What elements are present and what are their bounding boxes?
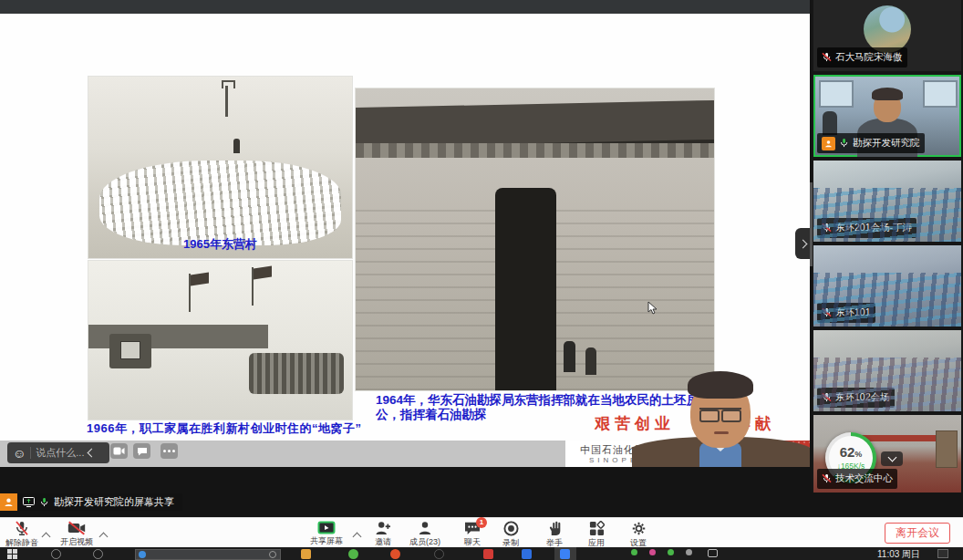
participant-label: 东环101 [817, 303, 875, 323]
start-video-button[interactable]: 开启视频 [55, 520, 98, 547]
app-icon[interactable] [483, 549, 493, 559]
chevron-up-icon [353, 533, 362, 542]
bookshelf-shape [936, 430, 958, 468]
record-button[interactable]: 录制 [491, 520, 531, 547]
participant-tile[interactable]: 石大马院宋海傲 [813, 0, 961, 71]
share-screen-button[interactable]: 共享屏幕 [303, 520, 350, 547]
mic-live-icon [39, 494, 49, 511]
task-view-icon[interactable] [93, 549, 103, 559]
progress-percent: 62 [840, 444, 855, 460]
mic-muted-icon [14, 521, 30, 539]
record-icon [503, 521, 519, 539]
apps-button[interactable]: 应用 [576, 520, 616, 547]
participant-name: 勘探开发研究院 [853, 137, 920, 150]
start-button[interactable] [7, 549, 17, 559]
participant-label: 东环102会场 [817, 388, 895, 408]
mouse-cursor [647, 301, 658, 319]
members-label: 成员(23) [409, 538, 440, 546]
taskbar-clock[interactable]: 11:03 周日 [877, 548, 920, 560]
windows-taskbar: 11:03 周日 [0, 547, 963, 560]
meeting-window: 1965年东营村 1966年，职工家属在胜利新村创业时住的“地窝子” 1964年… [0, 0, 963, 560]
tray-icon[interactable] [686, 549, 692, 555]
screen-share-icon [23, 494, 35, 511]
camera-button[interactable] [110, 443, 128, 459]
photo-1966-diwozi [88, 261, 352, 420]
dugout-entrance-shape [109, 334, 151, 368]
file-explorer-icon[interactable] [301, 549, 311, 559]
tray-icon[interactable] [668, 549, 674, 555]
sheep-flock-shape [99, 161, 342, 246]
quick-chat-input[interactable]: 说点什么... [36, 446, 84, 460]
mic-options-chevron[interactable] [43, 527, 49, 544]
notification-icon[interactable] [937, 549, 948, 558]
participant-tile[interactable]: 东环102会场 [813, 330, 961, 411]
raise-hand-button[interactable]: 举手 [534, 520, 575, 547]
participant-name: 东环101 [835, 306, 871, 319]
invite-label: 邀请 [375, 538, 391, 546]
window-shape [819, 80, 854, 108]
mic-muted-icon [822, 49, 832, 66]
eave-shape [356, 143, 714, 159]
start-video-label: 开启视频 [60, 538, 93, 546]
invite-button[interactable]: 邀请 [363, 520, 403, 547]
screen-share-banner: 勘探开发研究院的屏幕共享 [0, 493, 182, 511]
unmute-button[interactable]: 解除静音 [2, 520, 42, 547]
sidebar-scrollbar[interactable] [810, 182, 813, 266]
video-options-chevron[interactable] [100, 527, 107, 544]
photo-caption: 1965年东营村 [88, 236, 352, 253]
share-options-chevron[interactable] [354, 527, 360, 544]
ellipsis-icon [163, 450, 175, 452]
tray-icon[interactable] [631, 549, 637, 555]
leave-meeting-button[interactable]: 离开会议 [885, 523, 950, 544]
taskbar-search-box[interactable] [135, 549, 281, 560]
chat-bubble-button[interactable] [133, 443, 150, 459]
screen-share-label-pill: 勘探开发研究院的屏幕共享 [17, 493, 182, 511]
photo-caption: 1966年，职工家属在胜利新村创业时住的“地窝子” [87, 420, 361, 437]
participant-tile[interactable]: 东环201会场-丁涛 [813, 161, 961, 242]
participant-tile[interactable]: 勘探开发研究院 [813, 75, 961, 157]
collapse-videos-button[interactable] [881, 451, 903, 466]
speaker-hair-shape [872, 88, 903, 100]
settings-button[interactable]: 设置 [618, 520, 658, 547]
emoji-icon[interactable]: ☺ [13, 447, 26, 460]
security-app-icon[interactable] [390, 549, 400, 559]
flag-shape [191, 273, 209, 286]
mic-muted-icon [822, 305, 832, 321]
doorway-shape [495, 188, 556, 390]
chat-button[interactable]: 1 聊天 [452, 520, 492, 547]
mic-muted-icon [822, 471, 832, 487]
browser-app-icon[interactable] [348, 549, 358, 559]
more-button[interactable] [160, 443, 178, 459]
background-person-shape [823, 111, 837, 135]
tray-window-icon[interactable] [708, 549, 718, 557]
participant-label: 勘探开发研究院 [817, 133, 925, 153]
shared-screen-titlebar [0, 0, 810, 14]
chevron-right-icon [798, 239, 807, 248]
person-figure [585, 347, 596, 375]
person-figure [564, 341, 575, 372]
participant-name: 东环201会场-丁涛 [835, 222, 912, 234]
apps-label: 应用 [588, 539, 605, 547]
settings-label: 设置 [630, 539, 647, 547]
participant-tile[interactable]: 62% ↓165K/s 技术交流中心 [813, 415, 961, 493]
meeting-app-icon[interactable] [560, 549, 570, 559]
sidebar-collapse-handle[interactable] [795, 228, 810, 259]
photo-1964-mud-house [356, 88, 714, 390]
window-shape [923, 80, 958, 108]
qq-icon[interactable] [434, 549, 444, 559]
settings-gear-icon [631, 521, 647, 539]
share-screen-icon [317, 521, 336, 537]
flag-shape [254, 266, 272, 280]
cortana-icon[interactable] [51, 549, 61, 559]
participant-name: 技术交流中心 [835, 472, 893, 485]
percent-sign: % [854, 450, 862, 459]
collapse-chat-icon[interactable] [88, 449, 97, 458]
participants-sidebar: 石大马院宋海傲 勘探开发研究院 [812, 0, 963, 493]
chevron-up-icon [99, 533, 109, 542]
tray-icon[interactable] [649, 549, 656, 555]
app-icon[interactable] [522, 549, 532, 559]
members-button[interactable]: 成员(23) [399, 520, 450, 547]
invite-icon [375, 521, 391, 538]
participant-tile[interactable]: 东环101 [813, 245, 961, 327]
chat-unread-badge: 1 [476, 517, 487, 528]
